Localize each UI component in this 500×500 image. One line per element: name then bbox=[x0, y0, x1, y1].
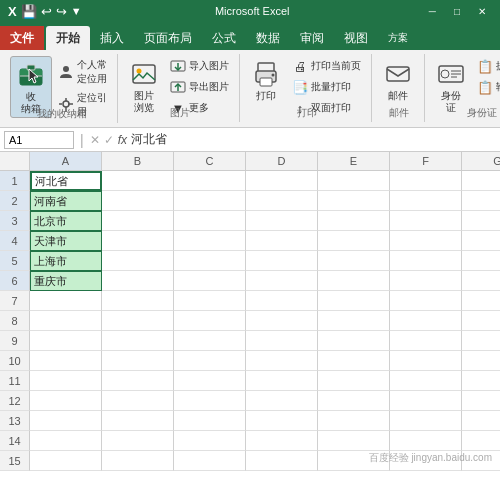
list-item[interactable] bbox=[318, 411, 390, 431]
quick-access-undo[interactable]: ↩ bbox=[41, 4, 52, 19]
list-item[interactable] bbox=[318, 391, 390, 411]
list-item[interactable] bbox=[102, 291, 174, 311]
list-item[interactable]: 天津市 bbox=[30, 231, 102, 251]
list-item[interactable] bbox=[102, 431, 174, 451]
print-button[interactable]: 打印 bbox=[246, 56, 286, 104]
list-item[interactable] bbox=[318, 311, 390, 331]
list-item[interactable] bbox=[174, 291, 246, 311]
list-item[interactable] bbox=[390, 391, 462, 411]
list-item[interactable] bbox=[246, 311, 318, 331]
list-item[interactable] bbox=[462, 431, 500, 451]
list-item[interactable] bbox=[102, 311, 174, 331]
list-item[interactable] bbox=[390, 331, 462, 351]
list-item[interactable]: 北京市 bbox=[30, 211, 102, 231]
export-image-button[interactable]: 导出图片 bbox=[166, 77, 233, 97]
formula-fx-icon[interactable]: fx bbox=[118, 133, 127, 147]
list-item[interactable] bbox=[390, 171, 462, 191]
list-item[interactable] bbox=[462, 351, 500, 371]
list-item[interactable] bbox=[462, 411, 500, 431]
print-current-button[interactable]: 🖨 打印当前页 bbox=[288, 56, 365, 76]
list-item[interactable] bbox=[246, 171, 318, 191]
list-item[interactable] bbox=[318, 231, 390, 251]
list-item[interactable] bbox=[30, 411, 102, 431]
list-item[interactable] bbox=[318, 211, 390, 231]
list-item[interactable] bbox=[390, 411, 462, 431]
list-item[interactable]: 河南省 bbox=[30, 191, 102, 211]
list-item[interactable] bbox=[462, 271, 500, 291]
formula-confirm-icon[interactable]: ✓ bbox=[104, 133, 114, 147]
list-item[interactable] bbox=[174, 331, 246, 351]
list-item[interactable] bbox=[174, 251, 246, 271]
list-item[interactable] bbox=[462, 311, 500, 331]
list-item[interactable] bbox=[318, 271, 390, 291]
list-item[interactable] bbox=[30, 391, 102, 411]
list-item[interactable] bbox=[174, 191, 246, 211]
list-item[interactable] bbox=[174, 431, 246, 451]
maximize-icon[interactable]: □ bbox=[448, 6, 466, 17]
list-item[interactable] bbox=[30, 371, 102, 391]
list-item[interactable] bbox=[246, 351, 318, 371]
list-item[interactable] bbox=[102, 271, 174, 291]
list-item[interactable]: 河北省 bbox=[30, 171, 102, 191]
list-item[interactable]: 重庆市 bbox=[30, 271, 102, 291]
list-item[interactable] bbox=[246, 231, 318, 251]
tab-review[interactable]: 审阅 bbox=[290, 26, 334, 50]
extract-button[interactable]: 📋 提取他 bbox=[473, 56, 500, 76]
list-item[interactable] bbox=[246, 271, 318, 291]
list-item[interactable] bbox=[390, 251, 462, 271]
list-item[interactable] bbox=[102, 371, 174, 391]
close-icon[interactable]: ✕ bbox=[472, 6, 492, 17]
list-item[interactable] bbox=[246, 291, 318, 311]
list-item[interactable] bbox=[174, 411, 246, 431]
list-item[interactable] bbox=[246, 431, 318, 451]
list-item[interactable] bbox=[30, 311, 102, 331]
list-item[interactable] bbox=[318, 191, 390, 211]
list-item[interactable] bbox=[318, 371, 390, 391]
list-item[interactable] bbox=[390, 311, 462, 331]
tab-home[interactable]: 开始 bbox=[46, 26, 90, 50]
list-item[interactable] bbox=[102, 251, 174, 271]
list-item[interactable] bbox=[102, 351, 174, 371]
list-item[interactable] bbox=[246, 371, 318, 391]
list-item[interactable] bbox=[102, 231, 174, 251]
list-item[interactable] bbox=[318, 431, 390, 451]
quick-access-redo[interactable]: ↪ bbox=[56, 4, 67, 19]
list-item[interactable] bbox=[462, 211, 500, 231]
list-item[interactable] bbox=[462, 191, 500, 211]
list-item[interactable] bbox=[462, 371, 500, 391]
list-item[interactable] bbox=[174, 271, 246, 291]
tab-formula[interactable]: 公式 bbox=[202, 26, 246, 50]
list-item[interactable] bbox=[462, 291, 500, 311]
list-item[interactable] bbox=[174, 371, 246, 391]
list-item[interactable] bbox=[30, 431, 102, 451]
list-item[interactable] bbox=[318, 331, 390, 351]
list-item[interactable] bbox=[390, 191, 462, 211]
list-item[interactable] bbox=[462, 231, 500, 251]
list-item[interactable] bbox=[390, 291, 462, 311]
list-item[interactable]: 上海市 bbox=[30, 251, 102, 271]
list-item[interactable] bbox=[174, 211, 246, 231]
list-item[interactable] bbox=[390, 231, 462, 251]
name-box[interactable]: A1 bbox=[4, 131, 74, 149]
list-item[interactable] bbox=[174, 311, 246, 331]
formula-cancel-icon[interactable]: ✕ bbox=[90, 133, 100, 147]
list-item[interactable] bbox=[318, 251, 390, 271]
list-item[interactable] bbox=[30, 291, 102, 311]
list-item[interactable] bbox=[246, 451, 318, 471]
list-item[interactable] bbox=[246, 191, 318, 211]
list-item[interactable] bbox=[390, 351, 462, 371]
list-item[interactable] bbox=[246, 251, 318, 271]
mail-button[interactable]: 邮件 bbox=[378, 56, 418, 104]
tab-data[interactable]: 数据 bbox=[246, 26, 290, 50]
tab-page-layout[interactable]: 页面布局 bbox=[134, 26, 202, 50]
tab-file[interactable]: 文件 bbox=[0, 26, 44, 50]
list-item[interactable] bbox=[102, 331, 174, 351]
list-item[interactable] bbox=[462, 171, 500, 191]
list-item[interactable] bbox=[102, 411, 174, 431]
formula-input[interactable] bbox=[131, 131, 496, 149]
list-item[interactable] bbox=[390, 371, 462, 391]
list-item[interactable] bbox=[318, 171, 390, 191]
list-item[interactable] bbox=[390, 431, 462, 451]
list-item[interactable] bbox=[102, 451, 174, 471]
quick-access-more[interactable]: ▼ bbox=[71, 5, 82, 17]
